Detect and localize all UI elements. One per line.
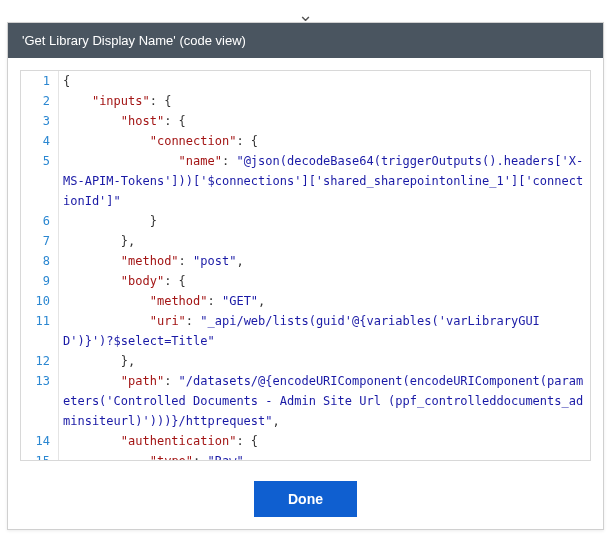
line-number: 4	[27, 131, 50, 151]
code-line[interactable]: "body": {	[63, 271, 586, 291]
code-line[interactable]: "method": "post",	[63, 251, 586, 271]
code-line[interactable]: }	[63, 211, 586, 231]
line-number-gutter: 12345..67891011.1213..141516	[21, 71, 59, 460]
code-line[interactable]: "authentication": {	[63, 431, 586, 451]
code-line[interactable]: "path": "/datasets/@{encodeURIComponent(…	[63, 371, 586, 431]
code-line[interactable]: "method": "GET",	[63, 291, 586, 311]
line-number: 1	[27, 71, 50, 91]
code-line[interactable]: "type": "Raw",	[63, 451, 586, 460]
code-line[interactable]: },	[63, 351, 586, 371]
line-number: 8	[27, 251, 50, 271]
line-number: 6	[27, 211, 50, 231]
code-line[interactable]: "name": "@json(decodeBase64(triggerOutpu…	[63, 151, 586, 211]
code-editor[interactable]: 12345..67891011.1213..141516 { "inputs":…	[20, 70, 591, 461]
line-number: 11	[27, 311, 50, 331]
panel-header: 'Get Library Display Name' (code view)	[8, 23, 603, 58]
code-line[interactable]: "inputs": {	[63, 91, 586, 111]
line-number: 10	[27, 291, 50, 311]
code-line[interactable]: },	[63, 231, 586, 251]
panel-title: 'Get Library Display Name' (code view)	[22, 33, 246, 48]
line-number: 2	[27, 91, 50, 111]
line-number: 13	[27, 371, 50, 391]
panel-footer: Done	[8, 469, 603, 529]
line-number: 14	[27, 431, 50, 451]
code-area[interactable]: { "inputs": { "host": { "connection": { …	[59, 71, 590, 460]
line-number: 3	[27, 111, 50, 131]
editor-container: 12345..67891011.1213..141516 { "inputs":…	[8, 58, 603, 469]
line-number: 9	[27, 271, 50, 291]
code-line[interactable]: "connection": {	[63, 131, 586, 151]
code-view-panel: 'Get Library Display Name' (code view) 1…	[7, 22, 604, 530]
code-line[interactable]: "uri": "_api/web/lists(guid'@{variables(…	[63, 311, 586, 351]
done-button[interactable]: Done	[254, 481, 357, 517]
code-line[interactable]: "host": {	[63, 111, 586, 131]
line-number: 5	[27, 151, 50, 171]
line-number: 7	[27, 231, 50, 251]
line-number: 12	[27, 351, 50, 371]
code-line[interactable]: {	[63, 71, 586, 91]
line-number: 15	[27, 451, 50, 461]
